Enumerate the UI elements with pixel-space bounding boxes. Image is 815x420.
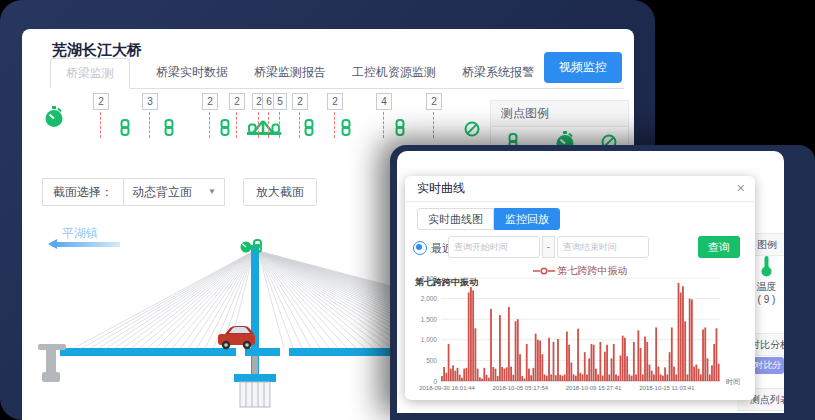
sensor-dash-line bbox=[149, 112, 150, 138]
bridge-icon[interactable] bbox=[246, 117, 282, 143]
x-tick-label: 2018-09-30 16:01:44 bbox=[419, 385, 475, 391]
sensor-dash-line bbox=[268, 112, 269, 138]
section-select-dropdown[interactable]: 动态背立面 ▼ bbox=[124, 178, 225, 206]
compare-analysis-button[interactable]: 对比分析 bbox=[752, 357, 784, 374]
sensor-count-badge[interactable]: 2 bbox=[202, 93, 218, 110]
sensor-count-badge[interactable]: 2 bbox=[93, 93, 109, 110]
left-pier bbox=[38, 344, 66, 382]
popup-window-frame: 图例 温度 ( 9 ) 对比分析 对比分析 测点列表 实时曲线 × 实时曲线图监… bbox=[390, 145, 815, 420]
tab-5[interactable]: 桥梁系统报警 bbox=[462, 58, 534, 88]
x-tick-label: 2018-10-05 05:17:54 bbox=[492, 385, 548, 391]
realtime-curve-modal: 实时曲线 × 实时曲线图监控回放 最近两个月 - 查询 第七跨跨中振动 第七跨跨… bbox=[405, 176, 755, 400]
sensor-dash-line bbox=[100, 112, 101, 138]
vibration-chart: 05001,0001,5002,0002,5002018-09-30 16:01… bbox=[408, 272, 752, 398]
sensor-count-badge[interactable]: 5 bbox=[273, 93, 287, 110]
sensor-dash-line bbox=[209, 112, 210, 138]
modal-tab-1[interactable]: 实时曲线图 bbox=[417, 208, 494, 230]
y-tick-label: 500 bbox=[426, 357, 437, 364]
link-icon[interactable] bbox=[303, 119, 315, 140]
main-tab-bar: 桥梁监测桥梁实时数据桥梁监测报告工控机资源监测桥梁系统报警 bbox=[50, 58, 624, 89]
query-controls: 最近两个月 - 查询 bbox=[405, 236, 755, 260]
sensor-dash-line bbox=[383, 112, 384, 138]
sensor-dash-line bbox=[299, 112, 300, 138]
tab-3[interactable]: 桥梁监测报告 bbox=[254, 58, 326, 88]
query-button[interactable]: 查询 bbox=[698, 236, 740, 258]
y-tick-label: 1,500 bbox=[421, 316, 438, 323]
car bbox=[218, 326, 255, 349]
link-icon[interactable] bbox=[163, 119, 175, 140]
sensor-dash-line bbox=[279, 112, 280, 138]
speedometer-icon[interactable] bbox=[44, 106, 64, 132]
link-icon[interactable] bbox=[219, 119, 231, 140]
enlarge-section-button[interactable]: 放大截面 bbox=[243, 178, 317, 206]
x-axis-title: 时间 bbox=[726, 378, 740, 386]
sensor-dash-line bbox=[258, 112, 259, 138]
modal-tab-group: 实时曲线图监控回放 bbox=[417, 208, 560, 230]
y-tick-label: 1,000 bbox=[421, 336, 438, 343]
y-tick-label: 0 bbox=[433, 378, 437, 385]
tab-1[interactable]: 桥梁监测 bbox=[50, 58, 130, 89]
sensor-count-badge[interactable]: 2 bbox=[292, 93, 308, 110]
modal-title: 实时曲线 bbox=[417, 181, 465, 195]
tab-2[interactable]: 桥梁实时数据 bbox=[156, 58, 228, 88]
caret-down-icon: ▼ bbox=[208, 179, 216, 205]
thermometer-icon bbox=[760, 269, 773, 280]
link-icon[interactable] bbox=[340, 119, 352, 140]
link-icon[interactable] bbox=[394, 119, 406, 140]
close-icon[interactable]: × bbox=[737, 176, 745, 201]
tower-pier bbox=[240, 382, 270, 407]
end-time-input[interactable] bbox=[557, 236, 649, 258]
modal-tab-2[interactable]: 监控回放 bbox=[494, 208, 560, 230]
section-select-label: 截面选择： bbox=[42, 178, 124, 206]
sensor-dash-line bbox=[236, 112, 237, 138]
section-select-group: 截面选择： 动态背立面 ▼ 放大截面 bbox=[42, 178, 317, 206]
x-tick-label: 2018-10-09 15:27:41 bbox=[566, 385, 622, 391]
sensor-count-badge[interactable]: 2 bbox=[426, 93, 442, 110]
sensor-dash-line bbox=[433, 112, 434, 138]
sensor-count-badge[interactable]: 2 bbox=[229, 93, 245, 110]
date-separator: - bbox=[542, 236, 555, 258]
y-tick-label: 2,000 bbox=[421, 295, 438, 302]
y-tick-label: 2,500 bbox=[421, 275, 438, 282]
section-select-value: 动态背立面 bbox=[132, 179, 192, 205]
x-tick-label: 2018-10-15 11:03:41 bbox=[639, 385, 695, 391]
sensor-count-badge[interactable]: 4 bbox=[376, 93, 392, 110]
modal-header: 实时曲线 × bbox=[405, 176, 755, 202]
video-monitor-button[interactable]: 视频监控 bbox=[544, 52, 622, 83]
radio-last-two-months[interactable] bbox=[413, 241, 427, 255]
sensor-dash-line bbox=[334, 112, 335, 138]
link-icon[interactable] bbox=[119, 119, 131, 140]
sensor-count-badge[interactable]: 3 bbox=[142, 93, 158, 110]
ban-icon[interactable] bbox=[464, 121, 480, 141]
point-legend-title: 测点图例 bbox=[491, 101, 628, 127]
chart-bars bbox=[441, 283, 720, 381]
tab-4[interactable]: 工控机资源监测 bbox=[352, 58, 436, 88]
sensor-count-badge[interactable]: 2 bbox=[327, 93, 343, 110]
start-time-input[interactable] bbox=[448, 236, 540, 258]
popup-window: 图例 温度 ( 9 ) 对比分析 对比分析 测点列表 实时曲线 × 实时曲线图监… bbox=[397, 151, 784, 413]
